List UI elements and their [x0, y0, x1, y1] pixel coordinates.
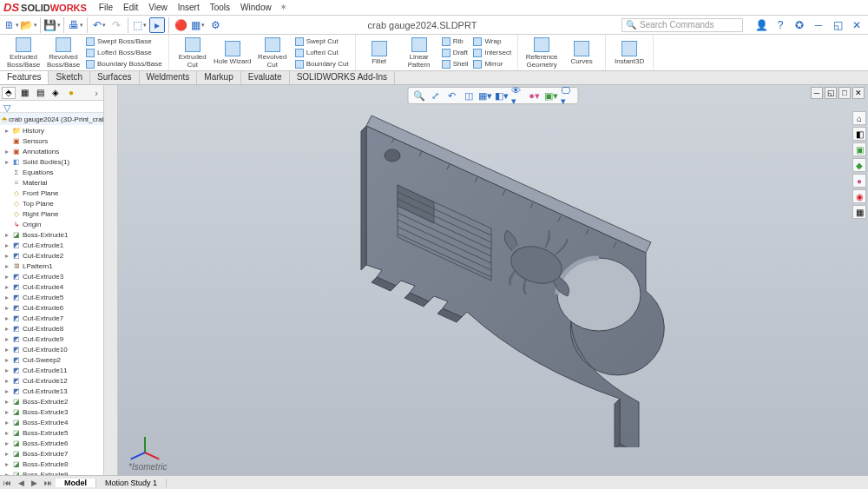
revolved-boss-button[interactable]: Revolved Boss/Base — [43, 36, 83, 69]
fillet-button[interactable]: Fillet — [359, 36, 399, 69]
tree-item[interactable]: ▸▣Annotations — [0, 146, 103, 156]
instant3d-button[interactable]: Instant3D — [609, 36, 649, 69]
side-tool-2[interactable]: ▣ — [852, 142, 866, 156]
viewport-close-btn[interactable]: ✕ — [852, 87, 865, 99]
tree-nav-right[interactable]: › — [91, 88, 102, 98]
tab-features[interactable]: Features — [0, 71, 49, 84]
tree-item[interactable]: ▸◪Boss-Extrude3 — [0, 406, 103, 417]
tree-item[interactable]: ΣEquations — [0, 167, 103, 177]
display-manager-tab[interactable]: ● — [64, 87, 78, 99]
mirror-button[interactable]: Mirror — [470, 58, 514, 69]
tree-item[interactable]: ▸◪Boss-Extrude1 — [0, 229, 103, 240]
linear-pattern-button[interactable]: Linear Pattern — [399, 36, 439, 69]
user-icon[interactable]: 👤 — [753, 17, 769, 33]
print-button[interactable]: 🖶 — [68, 17, 83, 33]
settings-gear-icon[interactable]: ⚙ — [207, 17, 223, 33]
open-button[interactable]: 📂 — [21, 17, 36, 33]
tree-item[interactable]: ▸◩Cut-Extrude9 — [0, 334, 103, 344]
tree-item[interactable]: ▸📁History — [0, 125, 103, 135]
tree-item[interactable]: ▸◩Cut-Extrude10 — [0, 344, 103, 354]
help-button[interactable]: ? — [773, 17, 788, 33]
lofted-boss-button[interactable]: Lofted Boss/Base — [83, 47, 165, 58]
swept-boss-button[interactable]: Swept Boss/Base — [83, 36, 165, 47]
close-button[interactable]: ✕ — [849, 17, 865, 33]
tree-item[interactable]: ▸◪Boss-Extrude7 — [0, 448, 103, 459]
rib-button[interactable]: Rib — [439, 36, 471, 47]
model-crab-gauge[interactable] — [311, 100, 675, 447]
new-doc-button[interactable]: 🗎 — [3, 17, 19, 33]
side-tool-6[interactable]: ▦ — [852, 205, 866, 219]
minimize-button[interactable]: ─ — [811, 17, 826, 33]
side-tool-4[interactable]: ● — [852, 174, 866, 188]
dim-xpert-tab[interactable]: ◈ — [49, 87, 62, 99]
rebuild-button[interactable]: 🔴 — [173, 17, 188, 33]
tree-item[interactable]: ▸◪Boss-Extrude2 — [0, 396, 103, 406]
menu-edit[interactable]: Edit — [118, 3, 143, 12]
menu-insert[interactable]: Insert — [173, 3, 205, 12]
tab-solidworks-add-ins[interactable]: SOLIDWORKS Add-Ins — [290, 71, 395, 84]
tab-evaluate[interactable]: Evaluate — [241, 71, 290, 84]
tree-item[interactable]: ▸◧Solid Bodies(1) — [0, 156, 103, 167]
feature-tree-tab[interactable]: ⬘ — [2, 87, 16, 99]
panel-splitter[interactable] — [104, 85, 118, 475]
tree-item[interactable]: ▸◩Cut-Extrude11 — [0, 365, 103, 375]
config-manager-tab[interactable]: ▤ — [33, 87, 47, 99]
curves-button[interactable]: Curves — [562, 36, 602, 69]
bottom-tab-motion-study-1[interactable]: Motion Study 1 — [96, 479, 167, 487]
viewport-min-btn[interactable]: ─ — [811, 87, 823, 99]
tree-item[interactable]: ▸◩Cut-Extrude8 — [0, 323, 103, 334]
whats-new-icon[interactable]: ✪ — [792, 17, 807, 33]
menu-tools[interactable]: Tools — [205, 3, 235, 12]
lofted-cut-button[interactable]: Lofted Cut — [293, 47, 352, 58]
tree-item[interactable]: ▸◩Cut-Extrude6 — [0, 302, 103, 313]
tree-item[interactable]: ▸◩Cut-Extrude4 — [0, 281, 103, 292]
tab-nav-next[interactable]: ▶ — [28, 479, 41, 487]
cursor-icon[interactable]: ▸ — [149, 17, 165, 33]
home-view-icon[interactable]: ⌂ — [852, 111, 866, 125]
tree-item[interactable]: ▸◪Boss-Extrude6 — [0, 438, 103, 448]
side-tool-3[interactable]: ◆ — [852, 158, 866, 172]
search-commands-input[interactable]: 🔍 Search Commands — [621, 18, 743, 32]
tree-item[interactable]: ▸◩Cut-Extrude13 — [0, 386, 103, 396]
options-button[interactable]: ▦ — [190, 17, 206, 33]
tree-item[interactable]: ▸◪Boss-Extrude5 — [0, 427, 103, 438]
draft-button[interactable]: Draft — [439, 47, 471, 58]
tree-item[interactable]: ▸◩Cut-Extrude1 — [0, 240, 103, 250]
tree-root-node[interactable]: ⬘crab gauge2024 (3D-Print_crab extrude) … — [0, 113, 103, 125]
viewport-restore-btn[interactable]: ◱ — [825, 87, 837, 99]
filter-icon[interactable]: ▽ — [3, 102, 12, 111]
boundary-boss-button[interactable]: Boundary Boss/Base — [83, 58, 165, 69]
side-tool-1[interactable]: ◧ — [852, 127, 866, 141]
wrap-button[interactable]: Wrap — [470, 36, 514, 47]
tree-item[interactable]: ▸◩Cut-Extrude2 — [0, 250, 103, 261]
menu-view[interactable]: View — [143, 3, 173, 12]
undo-button[interactable]: ↶ — [91, 17, 107, 33]
tree-item[interactable]: ◇Front Plane — [0, 188, 103, 198]
swept-cut-button[interactable]: Swept Cut — [293, 36, 352, 47]
restore-button[interactable]: ◱ — [830, 17, 845, 33]
hole-wizard-button[interactable]: Hole Wizard — [213, 36, 253, 69]
redo-button[interactable]: ↷ — [108, 17, 124, 33]
side-tool-5[interactable]: ◉ — [852, 189, 866, 203]
bottom-tab-model[interactable]: Model — [56, 479, 96, 487]
reference-geometry-button[interactable]: Reference Geometry — [522, 36, 562, 69]
tree-item[interactable]: ≡Material — [0, 177, 103, 188]
tab-nav-prev[interactable]: ◀ — [15, 479, 28, 487]
tab-nav-last[interactable]: ⏭ — [41, 479, 56, 487]
extruded-cut-button[interactable]: Extruded Cut — [173, 36, 213, 69]
tab-nav-first[interactable]: ⏮ — [0, 479, 15, 487]
tree-item[interactable]: ▸◪Boss-Extrude4 — [0, 417, 103, 427]
viewport-max-btn[interactable]: □ — [838, 87, 851, 99]
tree-item[interactable]: ▸◪Boss-Extrude9 — [0, 469, 103, 475]
tree-item[interactable]: ◇Top Plane — [0, 198, 103, 208]
shell-button[interactable]: Shell — [439, 58, 471, 69]
extruded-boss-button[interactable]: Extruded Boss/Base — [3, 36, 43, 69]
tree-item[interactable]: ◇Right Plane — [0, 208, 103, 219]
tree-item[interactable]: ▸◩Cut-Extrude7 — [0, 313, 103, 323]
tab-surfaces[interactable]: Surfaces — [90, 71, 139, 84]
orientation-triad[interactable] — [128, 425, 160, 456]
tree-item[interactable]: ↳Origin — [0, 219, 103, 229]
tab-sketch[interactable]: Sketch — [49, 71, 90, 84]
save-button[interactable]: 💾 — [44, 17, 60, 33]
select-button[interactable]: ⬚ — [132, 17, 148, 33]
